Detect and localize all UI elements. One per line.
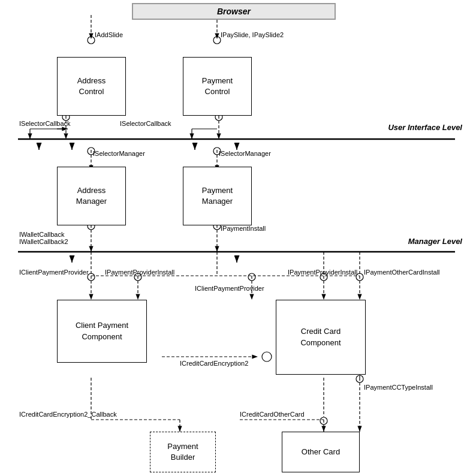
svg-point-57 xyxy=(356,375,363,382)
other-card-box: Other Card xyxy=(282,432,360,472)
svg-point-56 xyxy=(320,417,327,424)
label-iclientpaymentprovider-left: IClientPaymentProvider xyxy=(19,269,89,276)
label-icreditcardothercard: ICreditCardOtherCard xyxy=(240,411,305,418)
label-ipaymentproviderinstall-right: IPaymentProviderInstall xyxy=(288,269,357,276)
other-card-label: Other Card xyxy=(302,447,340,457)
label-iaddslide: IAddSlide xyxy=(95,31,123,38)
label-iselectormanager-right: ISelectorManager xyxy=(219,150,271,157)
label-ipaymentcctypeinstall: IPaymentCCTypeInstall xyxy=(364,384,433,391)
architecture-diagram: Browser AddressControl PaymentControl Ad… xyxy=(0,0,473,476)
label-icreditcardencryption2: ICreditCardEncryption2 xyxy=(180,360,248,367)
address-control-label: AddressControl xyxy=(77,76,106,97)
credit-card-label: Credit CardComponent xyxy=(300,326,341,348)
payment-manager-box: PaymentManager xyxy=(183,167,252,225)
address-manager-label: AddressManager xyxy=(76,185,107,207)
label-icreditcardencryption2-callback: ICreditCardEncryption2_Callback xyxy=(19,411,117,418)
client-payment-label: Client PaymentComponent xyxy=(76,320,128,342)
browser-box: Browser xyxy=(132,3,336,20)
svg-point-30 xyxy=(262,352,272,361)
label-iselectorcallback-left: ISelectorCallback xyxy=(19,120,71,127)
svg-point-53 xyxy=(248,273,255,281)
label-iclientpaymentprovider-right: IClientPaymentProvider xyxy=(195,285,264,292)
address-control-box: AddressControl xyxy=(57,57,126,116)
ui-level-label: User Interface Level xyxy=(388,123,462,132)
payment-control-label: PaymentControl xyxy=(202,76,233,97)
client-payment-box: Client PaymentComponent xyxy=(57,300,147,363)
payment-control-box: PaymentControl xyxy=(183,57,252,116)
label-ipaymentothercardinstall: IPaymentOtherCardInstall xyxy=(364,269,440,276)
svg-point-43 xyxy=(88,37,95,44)
svg-point-44 xyxy=(213,37,221,44)
payment-builder-box: PaymentBuilder xyxy=(150,432,216,472)
manager-level-label: Manager Level xyxy=(408,237,462,246)
label-iselectorcallback-right: ISelectorCallback xyxy=(120,120,171,127)
label-ipayslide: IPaySlide, IPaySlide2 xyxy=(221,31,284,38)
label-ipaymentinstall: IPaymentInstall xyxy=(221,225,266,232)
label-iwalletcallback: IWalletCallbackIWalletCallback2 xyxy=(19,231,68,245)
payment-manager-label: PaymentManager xyxy=(202,185,233,207)
label-ipaymentproviderinstall-left: IPaymentProviderInstall xyxy=(105,269,174,276)
credit-card-box: Credit CardComponent xyxy=(276,300,366,375)
label-iselectormanager-left: ISelectorManager xyxy=(93,150,145,157)
address-manager-box: AddressManager xyxy=(57,167,126,225)
payment-builder-label: PaymentBuilder xyxy=(167,441,198,463)
browser-label: Browser xyxy=(217,7,251,16)
